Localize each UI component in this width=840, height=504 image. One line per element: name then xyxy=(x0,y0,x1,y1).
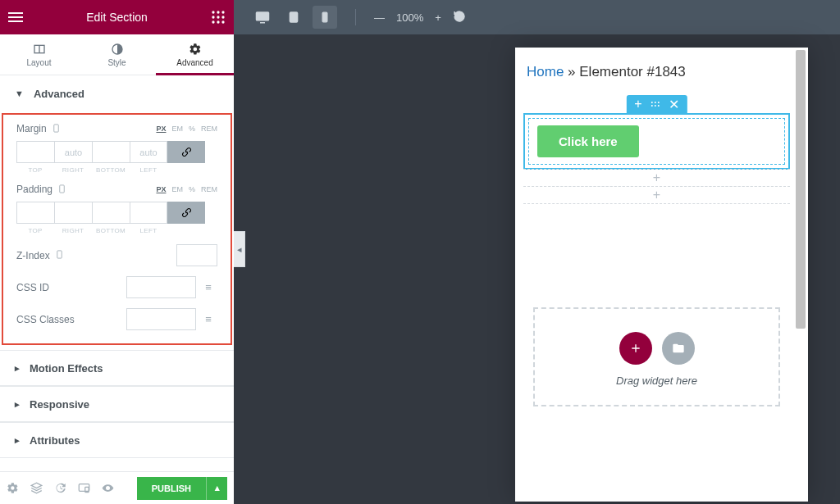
margin-left-input[interactable] xyxy=(130,141,167,163)
dim-right: RIGHT xyxy=(54,166,92,174)
close-section-icon[interactable]: ✕ xyxy=(669,97,679,112)
unit-em[interactable]: EM xyxy=(171,185,183,193)
device-tablet[interactable] xyxy=(281,6,306,29)
breadcrumb-home[interactable]: Home xyxy=(527,64,564,79)
add-line-2[interactable]: + xyxy=(523,186,790,204)
history-icon[interactable] xyxy=(54,482,66,494)
dim-bottom: BOTTOM xyxy=(92,166,130,174)
margin-bottom-input[interactable] xyxy=(92,141,130,163)
settings-icon[interactable] xyxy=(7,482,19,494)
unit-em[interactable]: EM xyxy=(171,125,183,133)
tab-layout[interactable]: Layout xyxy=(0,34,78,75)
cssid-label: CSS ID xyxy=(16,282,49,293)
padding-bottom-input[interactable] xyxy=(92,202,130,224)
svg-rect-1 xyxy=(8,16,23,18)
margin-units: PX EM % REM xyxy=(156,125,217,133)
unit-pct[interactable]: % xyxy=(189,185,195,193)
svg-point-3 xyxy=(212,11,214,13)
svg-point-4 xyxy=(217,11,219,13)
hamburger-icon[interactable] xyxy=(8,10,23,25)
svg-point-29 xyxy=(658,105,660,107)
collapse-sidebar[interactable]: ◂ xyxy=(234,231,245,267)
mobile-preview: Home » Elementor #1843 + ✕ Click here + … xyxy=(515,48,808,502)
chevron-right-icon: ▸ xyxy=(15,363,20,374)
svg-point-9 xyxy=(212,20,214,23)
svg-point-26 xyxy=(658,102,660,103)
svg-point-27 xyxy=(651,105,653,107)
tab-style[interactable]: Style xyxy=(78,34,156,75)
section-attributes-head[interactable]: ▸ Attributes xyxy=(0,422,234,458)
device-mobile[interactable] xyxy=(313,6,337,29)
zoom-reset-icon[interactable] xyxy=(453,10,466,25)
dynamic-icon[interactable]: ≡ xyxy=(199,313,217,325)
margin-top-input[interactable] xyxy=(16,141,54,163)
svg-rect-0 xyxy=(8,12,23,14)
apps-icon[interactable] xyxy=(211,10,226,25)
chevron-right-icon: ▸ xyxy=(15,399,20,410)
padding-label: Padding xyxy=(16,184,52,195)
selected-section[interactable]: Click here xyxy=(523,113,790,170)
unit-rem[interactable]: REM xyxy=(201,125,217,133)
template-library-button[interactable] xyxy=(662,332,695,365)
svg-point-25 xyxy=(655,102,656,103)
section-motion-label: Motion Effects xyxy=(30,362,103,375)
breadcrumb-page: Elementor #1843 xyxy=(579,64,685,79)
svg-point-5 xyxy=(221,11,224,13)
svg-point-24 xyxy=(651,102,653,103)
svg-rect-22 xyxy=(290,12,297,22)
svg-rect-15 xyxy=(53,124,58,131)
tab-advanced-label: Advanced xyxy=(176,58,212,67)
preview-scrollbar[interactable] xyxy=(796,50,806,499)
drop-zone[interactable]: Drag widget here xyxy=(533,307,780,406)
zoom-out[interactable]: — xyxy=(374,11,385,24)
margin-right-input[interactable] xyxy=(54,141,92,163)
section-motion-head[interactable]: ▸ Motion Effects xyxy=(0,350,234,386)
margin-link-toggle[interactable] xyxy=(167,141,205,163)
unit-pct[interactable]: % xyxy=(189,125,195,133)
section-responsive-head[interactable]: ▸ Responsive xyxy=(0,386,234,422)
responsive-icon[interactable] xyxy=(57,184,66,195)
breadcrumb-sep: » xyxy=(564,64,579,79)
publish-button[interactable]: PUBLISH ▴ xyxy=(137,477,227,500)
dynamic-icon[interactable]: ≡ xyxy=(199,281,217,293)
section-advanced-head[interactable]: ▼ Advanced xyxy=(0,75,234,111)
edit-section-icon[interactable] xyxy=(651,97,660,111)
tab-layout-label: Layout xyxy=(26,58,51,67)
tab-advanced[interactable]: Advanced xyxy=(156,34,234,75)
svg-point-6 xyxy=(212,16,214,18)
svg-rect-20 xyxy=(257,12,269,20)
breadcrumb: Home » Elementor #1843 xyxy=(527,64,787,80)
padding-top-input[interactable] xyxy=(16,202,54,224)
unit-px[interactable]: PX xyxy=(156,125,166,133)
preview-icon[interactable] xyxy=(102,482,114,494)
drop-hint: Drag widget here xyxy=(616,375,697,387)
responsive-icon[interactable] xyxy=(52,124,61,134)
svg-point-8 xyxy=(221,16,224,18)
svg-rect-23 xyxy=(322,12,327,22)
responsive-mode-icon[interactable] xyxy=(78,482,90,494)
device-desktop[interactable] xyxy=(250,6,275,29)
unit-rem[interactable]: REM xyxy=(201,185,217,193)
cssclasses-input[interactable] xyxy=(126,308,196,330)
svg-rect-16 xyxy=(60,184,65,192)
click-here-button[interactable]: Click here xyxy=(537,125,639,157)
padding-link-toggle[interactable] xyxy=(167,202,205,224)
responsive-icon[interactable] xyxy=(55,250,64,261)
svg-point-11 xyxy=(221,20,224,23)
svg-point-10 xyxy=(217,20,219,23)
zoom-in[interactable]: + xyxy=(435,11,441,24)
svg-point-28 xyxy=(655,105,656,107)
add-widget-button[interactable] xyxy=(619,332,652,365)
cssid-input[interactable] xyxy=(126,276,196,298)
divider xyxy=(355,9,356,25)
padding-right-input[interactable] xyxy=(54,202,92,224)
publish-dropdown[interactable]: ▴ xyxy=(206,477,227,500)
padding-units: PX EM % REM xyxy=(156,185,217,193)
unit-px[interactable]: PX xyxy=(156,185,166,193)
zindex-input[interactable] xyxy=(176,244,217,266)
navigator-icon[interactable] xyxy=(30,482,43,494)
add-line-1[interactable]: + xyxy=(523,169,790,187)
padding-left-input[interactable] xyxy=(130,202,167,224)
add-section-icon[interactable]: + xyxy=(634,97,641,111)
dim-bottom: BOTTOM xyxy=(92,227,130,234)
